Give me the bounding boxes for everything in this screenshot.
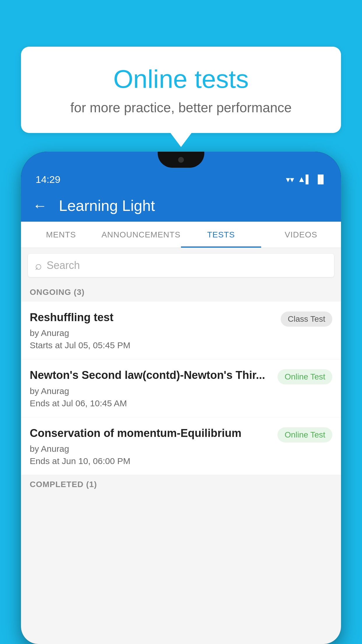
completed-section-header: COMPLETED (1) — [21, 475, 341, 494]
badge-conservation: Online Test — [277, 427, 332, 442]
status-bar: 14:29 ▾▾ ▲▌ ▐▌ — [21, 169, 341, 190]
battery-icon: ▐▌ — [315, 175, 326, 184]
test-item-reshuffling[interactable]: Reshuffling test by Anurag Starts at Jul… — [21, 302, 341, 359]
tab-announcements[interactable]: ANNOUNCEMENTS — [101, 222, 181, 248]
test-title-newton: Newton's Second law(contd)-Newton's Thir… — [30, 368, 272, 382]
ongoing-label: ONGOING (3) — [30, 288, 85, 297]
test-by-newton: by Anurag — [30, 386, 272, 396]
app-title: Learning Light — [59, 197, 155, 214]
phone-frame: 14:29 ▾▾ ▲▌ ▐▌ ← Learning Light MENTS AN… — [21, 152, 341, 644]
ongoing-section-header: ONGOING (3) — [21, 283, 341, 302]
search-icon: ⌕ — [35, 259, 42, 272]
test-item-newton[interactable]: Newton's Second law(contd)-Newton's Thir… — [21, 359, 341, 417]
bubble-subtitle: for more practice, better performance — [36, 100, 326, 116]
status-icons: ▾▾ ▲▌ ▐▌ — [286, 175, 326, 184]
test-info-conservation: Conservation of momentum-Equilibrium by … — [30, 426, 272, 466]
bubble-title: Online tests — [36, 64, 326, 94]
badge-newton: Online Test — [277, 369, 332, 384]
status-time: 14:29 — [36, 174, 60, 185]
test-item-conservation[interactable]: Conservation of momentum-Equilibrium by … — [21, 417, 341, 475]
wifi-icon: ▾▾ — [286, 175, 294, 184]
test-date-reshuffling: Starts at Jul 05, 05:45 PM — [30, 340, 275, 350]
search-bar[interactable]: ⌕ Search — [28, 254, 334, 277]
signal-icon: ▲▌ — [298, 175, 312, 184]
completed-label: COMPLETED (1) — [30, 480, 97, 489]
notch-area — [21, 152, 341, 169]
tab-videos[interactable]: VIDEOS — [261, 222, 341, 248]
tab-tests[interactable]: TESTS — [181, 222, 261, 248]
test-date-newton: Ends at Jul 06, 10:45 AM — [30, 398, 272, 408]
back-button[interactable]: ← — [33, 197, 47, 214]
speech-bubble: Online tests for more practice, better p… — [21, 47, 341, 133]
test-info-reshuffling: Reshuffling test by Anurag Starts at Jul… — [30, 310, 275, 350]
test-date-conservation: Ends at Jun 10, 06:00 PM — [30, 456, 272, 466]
notch — [158, 152, 204, 168]
badge-reshuffling: Class Test — [281, 312, 332, 327]
search-placeholder: Search — [47, 259, 80, 272]
test-by-reshuffling: by Anurag — [30, 328, 275, 338]
tab-ments[interactable]: MENTS — [21, 222, 101, 248]
test-info-newton: Newton's Second law(contd)-Newton's Thir… — [30, 368, 272, 408]
test-title-reshuffling: Reshuffling test — [30, 310, 275, 325]
camera — [178, 157, 184, 163]
test-title-conservation: Conservation of momentum-Equilibrium — [30, 426, 272, 440]
test-by-conservation: by Anurag — [30, 444, 272, 454]
app-bar: ← Learning Light — [21, 190, 341, 222]
tabs-bar: MENTS ANNOUNCEMENTS TESTS VIDEOS — [21, 222, 341, 248]
screen-content: ⌕ Search ONGOING (3) Reshuffling test by… — [21, 248, 341, 644]
